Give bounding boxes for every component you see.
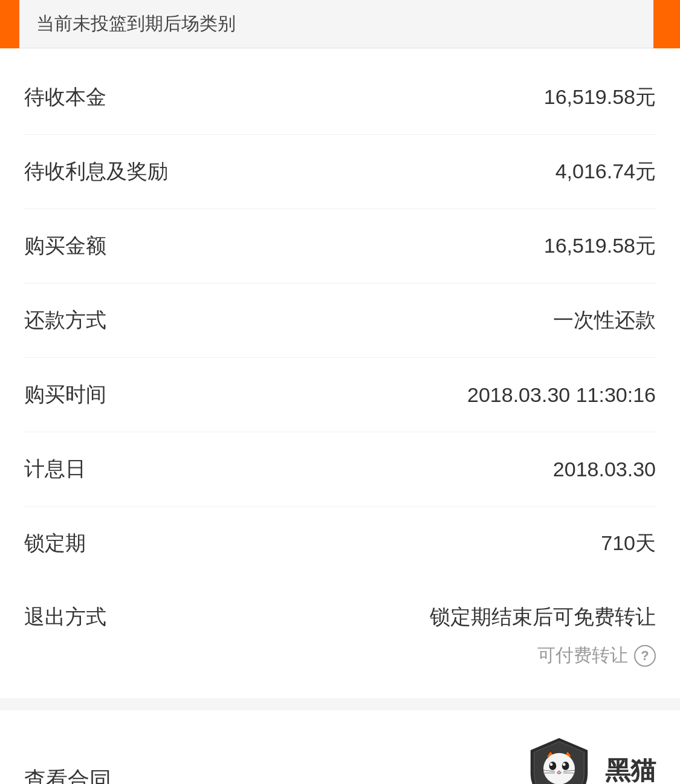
brand-row: 黑猫 (523, 734, 656, 784)
question-icon[interactable]: ? (634, 645, 656, 667)
info-value: 16,519.58元 (544, 83, 656, 111)
shield-icon (523, 734, 595, 784)
svg-point-6 (562, 762, 569, 770)
right-orange-accent (653, 0, 680, 48)
info-row: 待收本金16,519.58元 (24, 60, 656, 135)
exit-method-row: 退出方式 锁定期结束后可免费转让 (24, 603, 656, 637)
info-value: 2018.03.30 11:30:16 (467, 383, 656, 407)
svg-point-4 (543, 753, 575, 784)
info-label: 锁定期 (24, 530, 86, 557)
exit-sub-text: 可付费转让 (537, 643, 628, 668)
svg-point-8 (563, 763, 566, 766)
black-cat-logo: 黑猫 BLACK CAT (523, 734, 656, 784)
info-row: 计息日2018.03.30 (24, 432, 656, 507)
contract-row: 查看合同 (24, 734, 656, 784)
info-row: 待收利息及奖励4,016.74元 (24, 135, 656, 209)
exit-sub-row: 可付费转让 ? (24, 637, 656, 686)
info-row: 还款方式一次性还款 (24, 283, 656, 358)
info-row: 购买金额16,519.58元 (24, 209, 656, 283)
info-row: 锁定期710天 (24, 507, 656, 580)
svg-point-5 (549, 762, 556, 770)
exit-method-value: 锁定期结束后可免费转让 (430, 603, 656, 631)
info-value: 2018.03.30 (553, 458, 656, 481)
info-rows-container: 待收本金16,519.58元待收利息及奖励4,016.74元购买金额16,519… (24, 60, 656, 580)
bottom-section: 查看合同 (0, 710, 680, 784)
shield-icon-container (523, 734, 595, 784)
info-label: 待收本金 (24, 83, 106, 111)
info-label: 待收利息及奖励 (24, 158, 168, 186)
info-label: 购买时间 (24, 381, 106, 409)
page-header: 当前未投篮到期后场类别 (0, 0, 680, 48)
info-value: 16,519.58元 (544, 232, 656, 260)
info-value: 一次性还款 (553, 306, 656, 334)
exit-method-label: 退出方式 (24, 603, 106, 631)
left-orange-accent (0, 0, 19, 48)
info-label: 计息日 (24, 455, 86, 483)
info-row: 购买时间2018.03.30 11:30:16 (24, 358, 656, 432)
info-value: 4,016.74元 (555, 158, 656, 186)
exit-method-section: 退出方式 锁定期结束后可免费转让 可付费转让 ? (24, 580, 656, 686)
info-label: 还款方式 (24, 306, 106, 334)
section-divider (0, 698, 680, 710)
brand-name: 黑猫 (605, 754, 656, 784)
info-label: 购买金额 (24, 232, 106, 260)
svg-point-7 (550, 763, 553, 766)
contract-link[interactable]: 查看合同 (24, 765, 111, 785)
main-content: 待收本金16,519.58元待收利息及奖励4,016.74元购买金额16,519… (0, 48, 680, 698)
info-value: 710天 (601, 530, 656, 557)
header-title: 当前未投篮到期后场类别 (36, 11, 236, 36)
